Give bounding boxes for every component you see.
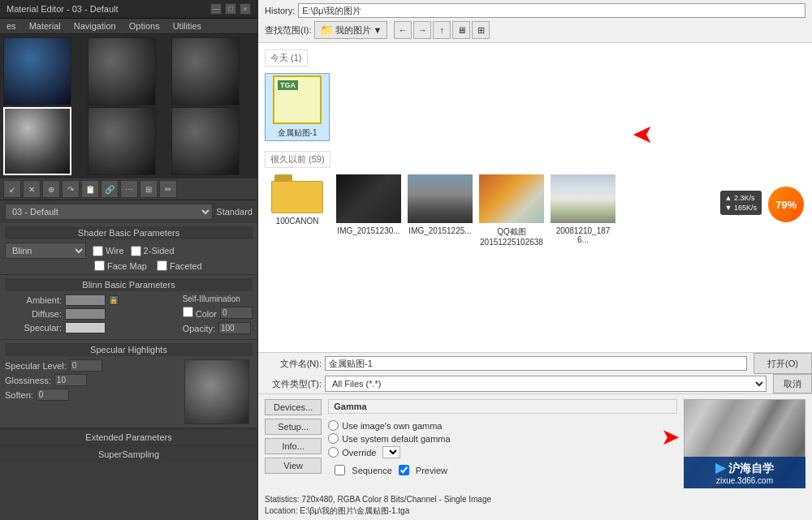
- tga-label: TGA: [278, 80, 298, 90]
- preview-checkbox[interactable]: [399, 465, 409, 475]
- menu-options[interactable]: Options: [123, 19, 166, 33]
- sphere-slot-5[interactable]: [88, 107, 156, 175]
- file-item-tga[interactable]: TGA 金属贴图-1: [265, 73, 330, 141]
- gamma-label-1: Use image's own gamma: [342, 421, 442, 431]
- setup-button[interactable]: Setup...: [265, 419, 322, 435]
- tool-btn-5[interactable]: 📋: [81, 180, 99, 198]
- file-item-folder[interactable]: 100CANON: [265, 174, 330, 247]
- filetype-row: 文件类型(T): All Files (*.*): [258, 374, 773, 393]
- shader-checkboxes: Wire 2-Sided: [93, 246, 175, 256]
- gamma-section: Devices... Setup... Info... View Gamma U…: [258, 393, 812, 493]
- shader-section-title: Shader Basic Parameters: [5, 226, 253, 239]
- glossiness-input[interactable]: [54, 374, 87, 386]
- file-item-img2[interactable]: IMG_20151225...: [408, 174, 473, 247]
- shader-row: Blinn Wire 2-Sided: [5, 243, 253, 259]
- upload-percent: 79%: [775, 199, 797, 211]
- file-dialog: History: 查找范围(I): 📁 我的图片 ▼ ← → ↑ 🖥 ⊞ 今天 …: [258, 0, 812, 520]
- nav-forward[interactable]: →: [413, 21, 431, 39]
- filetype-label: 文件类型(T):: [265, 378, 322, 390]
- soften-row: Soften:: [5, 389, 184, 401]
- tool-btn-8[interactable]: ⊞: [140, 180, 158, 198]
- brush-icon[interactable]: ✏: [159, 180, 177, 198]
- filetype-select[interactable]: All Files (*.*): [325, 376, 767, 392]
- sphere-slot-6[interactable]: [171, 107, 240, 175]
- gamma-radio-3[interactable]: [328, 447, 339, 458]
- filename-input[interactable]: [325, 356, 747, 371]
- spec-level-input[interactable]: [70, 359, 102, 372]
- self-illum-value[interactable]: [220, 307, 253, 319]
- menu-utilities[interactable]: Utilities: [166, 19, 208, 33]
- two-sided-checkbox[interactable]: 2-Sided: [131, 246, 175, 256]
- faceted-checkbox[interactable]: Faceted: [157, 260, 202, 271]
- tool-btn-7[interactable]: ⋯: [120, 180, 138, 198]
- soften-input[interactable]: [37, 389, 69, 401]
- tool-btn-3[interactable]: ⊕: [42, 180, 60, 198]
- menu-es[interactable]: es: [0, 19, 23, 33]
- minimize-button[interactable]: —: [210, 3, 222, 15]
- history-row: History:: [265, 3, 806, 18]
- blinn-params: Ambient: 🔒 Diffuse: Specular:: [5, 294, 173, 336]
- close-button[interactable]: ×: [240, 3, 251, 15]
- nav-desktop[interactable]: 🖥: [452, 21, 470, 39]
- gamma-radio-1[interactable]: [328, 420, 339, 431]
- upload-speed-value: ▲ 2.3K/s: [725, 194, 757, 202]
- gamma-option-3: Override: [328, 446, 677, 458]
- nav-back[interactable]: ←: [394, 21, 412, 39]
- sphere-slot-4[interactable]: [3, 107, 71, 175]
- cancel-button[interactable]: 取消: [773, 374, 812, 393]
- img-thumb-1: [336, 174, 401, 223]
- file-item-img1[interactable]: IMG_20151230...: [336, 174, 401, 247]
- history-input[interactable]: [298, 3, 806, 18]
- face-map-checkbox[interactable]: Face Map: [94, 260, 147, 271]
- tool-btn-1[interactable]: ↙: [3, 180, 21, 198]
- view-button[interactable]: View: [265, 458, 322, 474]
- tool-btn-2[interactable]: ✕: [23, 180, 41, 198]
- img-thumb-3: [479, 174, 544, 223]
- upload-speed-display: ▲ 2.3K/s ▼ 165K/s: [720, 191, 762, 215]
- gamma-radio-2[interactable]: [328, 433, 339, 444]
- nav-up[interactable]: ↑: [433, 21, 451, 39]
- img-name-3: QQ截图 20151225102638: [480, 226, 543, 247]
- sphere-slot-1[interactable]: [3, 37, 71, 105]
- sphere-slot-3[interactable]: [171, 37, 240, 105]
- self-illum-color-checkbox[interactable]: Color: [183, 307, 217, 319]
- specular-swatch[interactable]: [65, 322, 106, 333]
- self-illum-section: Self-Illumination Color Opacity:: [183, 294, 253, 336]
- file-item-img3[interactable]: QQ截图 20151225102638: [479, 174, 544, 247]
- open-button[interactable]: 打开(O): [754, 353, 812, 374]
- nav-grid[interactable]: ⊞: [472, 21, 490, 39]
- sequence-checkbox[interactable]: [335, 465, 345, 475]
- shader-type-dropdown[interactable]: Blinn: [5, 243, 86, 259]
- material-select-row: 03 - Default Standard: [0, 200, 257, 223]
- sphere-slot-2[interactable]: [88, 37, 156, 105]
- material-dropdown[interactable]: 03 - Default: [5, 204, 213, 220]
- upload-indicator: 79%: [767, 185, 806, 224]
- opacity-input[interactable]: [218, 322, 251, 334]
- diffuse-swatch[interactable]: [65, 308, 106, 320]
- seq-preview-row: Sequence Preview: [328, 462, 677, 479]
- today-label: 今天 (1): [265, 49, 308, 67]
- filename-and-open: 文件名(N): 打开(O): [258, 353, 812, 374]
- opacity-row: Opacity:: [183, 322, 253, 334]
- dialog-header: History: 查找范围(I): 📁 我的图片 ▼ ← → ↑ 🖥 ⊞: [258, 0, 812, 43]
- sphere-grid: [0, 34, 257, 178]
- wire-checkbox[interactable]: Wire: [93, 246, 124, 256]
- folder-button[interactable]: 📁 我的图片 ▼: [314, 21, 387, 39]
- file-item-img4[interactable]: 20081210_1876...: [551, 174, 615, 247]
- folder-icon-wrapper: [271, 174, 323, 213]
- ambient-lock[interactable]: 🔒: [109, 295, 119, 305]
- spec-level-label: Specular Level:: [5, 361, 67, 371]
- tool-btn-6[interactable]: 🔗: [101, 180, 119, 198]
- ambient-swatch[interactable]: [65, 294, 106, 306]
- red-arrow-indicator: ➤: [632, 120, 654, 151]
- gamma-override-select[interactable]: [382, 446, 400, 458]
- menu-material[interactable]: Material: [23, 19, 67, 33]
- menu-bar: es Material Navigation Options Utilities: [0, 19, 257, 34]
- folder-name: 我的图片: [335, 24, 371, 37]
- info-button[interactable]: Info...: [265, 438, 322, 454]
- maximize-button[interactable]: □: [225, 3, 236, 15]
- folder-name-label: 100CANON: [276, 217, 319, 226]
- tool-btn-4[interactable]: ↷: [62, 180, 80, 198]
- menu-navigation[interactable]: Navigation: [67, 19, 123, 33]
- devices-button[interactable]: Devices...: [265, 399, 322, 415]
